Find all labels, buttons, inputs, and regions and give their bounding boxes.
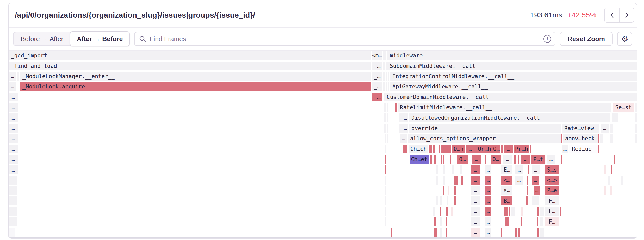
flame-frame[interactable]: O… <box>492 145 500 153</box>
flame-frame[interactable]: … <box>503 155 512 164</box>
flame-frame[interactable] <box>447 196 448 205</box>
flame-frame[interactable] <box>507 217 509 226</box>
flame-frame[interactable] <box>504 207 506 216</box>
flame-frame[interactable]: … <box>9 145 18 153</box>
flame-frame[interactable]: ApiGatewayMiddleware.__call__ <box>390 82 637 91</box>
flame-frame[interactable] <box>386 62 387 70</box>
flame-frame[interactable] <box>611 165 612 174</box>
flame-frame[interactable] <box>391 228 392 237</box>
flame-frame[interactable]: SubdomainMiddleware.__call__ <box>387 62 637 70</box>
flame-frame[interactable] <box>635 103 637 112</box>
flame-frame[interactable]: … <box>485 176 491 185</box>
flame-frame[interactable] <box>446 217 447 226</box>
flame-frame[interactable] <box>385 217 386 226</box>
flame-frame[interactable] <box>521 217 522 226</box>
flame-frame[interactable] <box>475 145 477 153</box>
flame-frame[interactable]: _… <box>372 62 382 70</box>
flame-frame[interactable] <box>386 82 387 91</box>
flame-frame[interactable] <box>441 155 442 164</box>
flame-frame[interactable]: … <box>562 145 568 153</box>
flame-frame[interactable] <box>388 72 389 81</box>
flame-frame[interactable] <box>385 186 386 195</box>
flame-frame[interactable] <box>443 186 444 195</box>
flame-frame[interactable]: … <box>472 155 481 164</box>
flame-frame[interactable] <box>537 207 539 216</box>
flame-frame[interactable] <box>388 82 389 91</box>
flame-frame[interactable] <box>460 165 462 174</box>
flame-frame[interactable] <box>501 228 502 237</box>
flame-frame[interactable] <box>439 145 440 153</box>
flame-frame[interactable]: … <box>515 176 523 185</box>
flame-frame[interactable] <box>635 124 637 133</box>
flame-frame[interactable]: Pr…h <box>514 145 529 153</box>
flame-frame[interactable] <box>604 186 606 195</box>
flame-frame[interactable]: Ch…ch <box>409 145 428 153</box>
flame-frame[interactable]: middleware <box>387 51 637 60</box>
flame-frame[interactable] <box>387 103 388 112</box>
flame-frame[interactable]: … <box>9 93 18 101</box>
flame-frame[interactable] <box>446 228 447 237</box>
flame-frame[interactable] <box>17 72 19 81</box>
flame-frame[interactable]: IntegrationControlMiddleware.__call__ <box>390 72 637 81</box>
flame-frame[interactable] <box>385 176 386 185</box>
flame-frame[interactable] <box>433 207 435 216</box>
flame-frame[interactable]: Red…ue <box>569 145 598 153</box>
previous-button[interactable] <box>605 8 619 22</box>
flame-frame[interactable] <box>443 155 444 164</box>
flame-frame[interactable] <box>384 124 386 133</box>
flame-frame[interactable] <box>527 186 528 195</box>
flame-frame[interactable]: F… <box>545 196 559 205</box>
flame-frame[interactable]: _… <box>372 72 382 81</box>
flame-frame[interactable] <box>385 134 386 143</box>
flame-frame[interactable] <box>385 165 386 174</box>
flame-frame[interactable] <box>403 145 407 153</box>
flame-frame[interactable] <box>385 196 386 205</box>
flame-frame[interactable]: … <box>521 155 530 164</box>
flame-frame[interactable]: … <box>485 165 491 174</box>
flame-frame[interactable]: P…t <box>531 155 545 164</box>
flame-frame[interactable] <box>608 176 610 185</box>
flame-frame[interactable] <box>383 62 385 70</box>
flame-frame[interactable] <box>450 155 451 164</box>
flame-frame[interactable]: … <box>471 176 480 185</box>
flame-frame[interactable] <box>395 103 397 112</box>
flame-frame[interactable] <box>433 145 435 153</box>
flame-frame[interactable]: … <box>485 228 491 237</box>
flame-frame[interactable]: … <box>532 176 539 185</box>
flame-frame[interactable]: … <box>485 217 491 226</box>
flame-frame[interactable]: O…h <box>452 145 465 153</box>
flame-frame[interactable] <box>530 145 531 153</box>
flame-frame[interactable] <box>448 186 449 195</box>
flame-frame[interactable]: DisallowedOrganizationMiddleware.__call_… <box>409 113 610 122</box>
flame-frame[interactable]: … <box>9 155 18 164</box>
flame-frame[interactable] <box>610 124 613 133</box>
flame-frame[interactable] <box>434 217 436 226</box>
flame-frame[interactable] <box>514 155 516 164</box>
flame-frame[interactable] <box>443 165 445 174</box>
flame-frame[interactable] <box>387 134 388 143</box>
flame-frame[interactable] <box>385 155 386 164</box>
flame-frame[interactable] <box>9 207 15 216</box>
flame-frame[interactable] <box>501 145 503 153</box>
flame-frame[interactable]: … <box>400 134 407 143</box>
flame-frame[interactable] <box>9 176 15 185</box>
flame-frame[interactable] <box>610 134 613 143</box>
flame-frame[interactable]: … <box>471 186 480 195</box>
flame-frame[interactable] <box>610 186 612 195</box>
flame-frame[interactable] <box>635 113 637 122</box>
flame-frame[interactable] <box>454 186 456 195</box>
flame-frame[interactable]: … <box>9 134 18 143</box>
next-button[interactable] <box>619 8 634 22</box>
flame-frame[interactable]: _… <box>372 82 382 91</box>
flame-frame[interactable]: RatelimitMiddleware.__call__ <box>398 103 611 112</box>
flame-frame[interactable]: _gcd_import <box>9 51 371 60</box>
flame-frame[interactable] <box>446 207 448 216</box>
flame-frame[interactable]: … <box>9 103 18 112</box>
toggle-after-before[interactable]: After → Before <box>70 31 130 46</box>
flame-frame[interactable] <box>436 176 438 185</box>
flame-frame[interactable]: Or…h <box>477 145 492 153</box>
flame-frame[interactable]: … <box>9 124 18 133</box>
flame-frame[interactable] <box>561 155 562 164</box>
flame-frame[interactable]: CustomerDomainMiddleware.__call__ <box>384 93 637 101</box>
flame-frame[interactable] <box>384 113 386 122</box>
